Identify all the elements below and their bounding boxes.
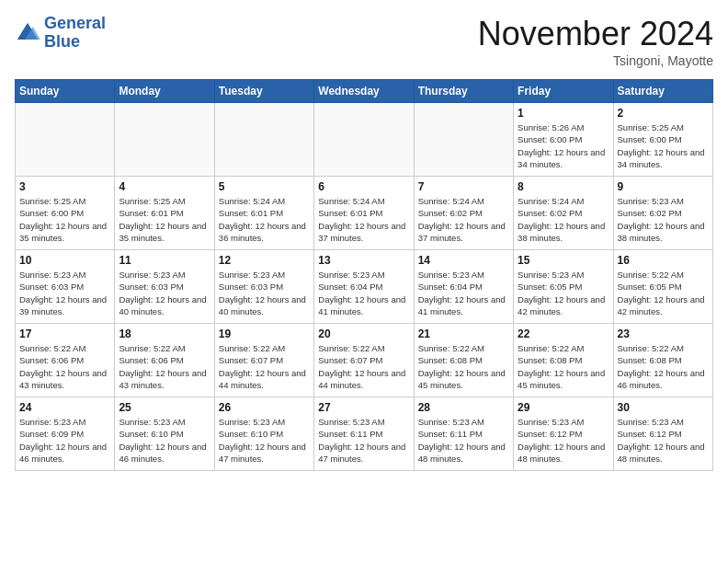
day-info: Sunrise: 5:22 AMSunset: 6:08 PMDaylight:… <box>618 342 709 391</box>
calendar-header-row: SundayMondayTuesdayWednesdayThursdayFrid… <box>16 80 713 103</box>
day-info: Sunrise: 5:23 AMSunset: 6:11 PMDaylight:… <box>418 416 509 465</box>
calendar-day-cell: 3Sunrise: 5:25 AMSunset: 6:00 PMDaylight… <box>16 177 115 250</box>
calendar-week-row: 3Sunrise: 5:25 AMSunset: 6:00 PMDaylight… <box>16 177 713 250</box>
calendar-day-cell: 25Sunrise: 5:23 AMSunset: 6:10 PMDayligh… <box>115 397 214 471</box>
day-number: 2 <box>618 107 709 120</box>
page-header: General Blue November 2024 Tsingoni, May… <box>15 15 713 68</box>
calendar-day-cell: 6Sunrise: 5:24 AMSunset: 6:01 PMDaylight… <box>314 177 414 250</box>
weekday-header: Friday <box>514 80 613 103</box>
calendar-week-row: 1Sunrise: 5:26 AMSunset: 6:00 PMDaylight… <box>16 103 713 177</box>
day-number: 18 <box>119 327 210 340</box>
day-number: 13 <box>318 254 409 267</box>
day-number: 24 <box>19 401 110 414</box>
day-info: Sunrise: 5:25 AMSunset: 6:00 PMDaylight:… <box>618 121 709 170</box>
day-number: 20 <box>318 327 409 340</box>
day-number: 27 <box>318 401 409 414</box>
day-info: Sunrise: 5:25 AMSunset: 6:01 PMDaylight:… <box>119 195 210 244</box>
calendar-day-cell: 7Sunrise: 5:24 AMSunset: 6:02 PMDaylight… <box>414 177 513 250</box>
calendar-day-cell: 14Sunrise: 5:23 AMSunset: 6:04 PMDayligh… <box>414 250 513 324</box>
calendar-day-cell: 21Sunrise: 5:22 AMSunset: 6:08 PMDayligh… <box>414 324 513 397</box>
day-info: Sunrise: 5:23 AMSunset: 6:09 PMDaylight:… <box>19 416 110 465</box>
month-title: November 2024 <box>478 15 713 53</box>
weekday-header: Tuesday <box>214 80 313 103</box>
calendar-day-cell: 18Sunrise: 5:22 AMSunset: 6:06 PMDayligh… <box>115 324 214 397</box>
calendar-week-row: 10Sunrise: 5:23 AMSunset: 6:03 PMDayligh… <box>16 250 713 324</box>
day-number: 16 <box>618 254 709 267</box>
day-info: Sunrise: 5:22 AMSunset: 6:07 PMDaylight:… <box>318 342 409 391</box>
day-info: Sunrise: 5:24 AMSunset: 6:02 PMDaylight:… <box>418 195 509 244</box>
calendar-day-cell <box>314 103 414 177</box>
calendar-day-cell: 9Sunrise: 5:23 AMSunset: 6:02 PMDaylight… <box>613 177 712 250</box>
calendar-day-cell: 29Sunrise: 5:23 AMSunset: 6:12 PMDayligh… <box>514 397 613 471</box>
calendar-day-cell: 13Sunrise: 5:23 AMSunset: 6:04 PMDayligh… <box>314 250 414 324</box>
day-number: 29 <box>518 401 609 414</box>
calendar-day-cell <box>214 103 313 177</box>
day-number: 15 <box>518 254 609 267</box>
day-number: 11 <box>119 254 210 267</box>
day-info: Sunrise: 5:22 AMSunset: 6:08 PMDaylight:… <box>418 342 509 391</box>
day-info: Sunrise: 5:23 AMSunset: 6:02 PMDaylight:… <box>618 195 709 244</box>
calendar-day-cell: 26Sunrise: 5:23 AMSunset: 6:10 PMDayligh… <box>214 397 313 471</box>
calendar-day-cell: 24Sunrise: 5:23 AMSunset: 6:09 PMDayligh… <box>16 397 115 471</box>
day-number: 6 <box>318 180 409 193</box>
day-info: Sunrise: 5:22 AMSunset: 6:06 PMDaylight:… <box>119 342 210 391</box>
calendar-day-cell: 22Sunrise: 5:22 AMSunset: 6:08 PMDayligh… <box>514 324 613 397</box>
day-info: Sunrise: 5:23 AMSunset: 6:04 PMDaylight:… <box>318 269 409 317</box>
day-info: Sunrise: 5:22 AMSunset: 6:08 PMDaylight:… <box>518 342 609 391</box>
day-info: Sunrise: 5:22 AMSunset: 6:07 PMDaylight:… <box>219 342 310 391</box>
calendar-day-cell: 19Sunrise: 5:22 AMSunset: 6:07 PMDayligh… <box>214 324 313 397</box>
calendar-week-row: 17Sunrise: 5:22 AMSunset: 6:06 PMDayligh… <box>16 324 713 397</box>
day-number: 8 <box>518 180 609 193</box>
day-number: 23 <box>618 327 709 340</box>
location-subtitle: Tsingoni, Mayotte <box>478 53 713 68</box>
calendar-day-cell <box>16 103 115 177</box>
calendar-day-cell: 12Sunrise: 5:23 AMSunset: 6:03 PMDayligh… <box>214 250 313 324</box>
weekday-header: Wednesday <box>314 80 414 103</box>
calendar-day-cell: 11Sunrise: 5:23 AMSunset: 6:03 PMDayligh… <box>115 250 214 324</box>
day-number: 19 <box>219 327 310 340</box>
day-number: 5 <box>219 180 310 193</box>
day-info: Sunrise: 5:23 AMSunset: 6:03 PMDaylight:… <box>219 269 310 317</box>
day-number: 12 <box>219 254 310 267</box>
day-number: 22 <box>518 327 609 340</box>
calendar-day-cell: 15Sunrise: 5:23 AMSunset: 6:05 PMDayligh… <box>514 250 613 324</box>
day-info: Sunrise: 5:23 AMSunset: 6:10 PMDaylight:… <box>219 416 310 465</box>
day-number: 17 <box>19 327 110 340</box>
logo-text: General Blue <box>44 15 106 52</box>
calendar-day-cell: 5Sunrise: 5:24 AMSunset: 6:01 PMDaylight… <box>214 177 313 250</box>
day-info: Sunrise: 5:23 AMSunset: 6:03 PMDaylight:… <box>19 269 110 317</box>
day-number: 28 <box>418 401 509 414</box>
calendar-day-cell: 2Sunrise: 5:25 AMSunset: 6:00 PMDaylight… <box>613 103 712 177</box>
day-number: 1 <box>518 107 609 120</box>
calendar-table: SundayMondayTuesdayWednesdayThursdayFrid… <box>15 79 713 471</box>
calendar-day-cell: 30Sunrise: 5:23 AMSunset: 6:12 PMDayligh… <box>613 397 712 471</box>
day-number: 25 <box>119 401 210 414</box>
day-info: Sunrise: 5:26 AMSunset: 6:00 PMDaylight:… <box>518 121 609 170</box>
calendar-day-cell: 20Sunrise: 5:22 AMSunset: 6:07 PMDayligh… <box>314 324 414 397</box>
day-number: 7 <box>418 180 509 193</box>
weekday-header: Saturday <box>613 80 712 103</box>
day-info: Sunrise: 5:24 AMSunset: 6:01 PMDaylight:… <box>318 195 409 244</box>
day-info: Sunrise: 5:24 AMSunset: 6:02 PMDaylight:… <box>518 195 609 244</box>
calendar-day-cell: 17Sunrise: 5:22 AMSunset: 6:06 PMDayligh… <box>16 324 115 397</box>
day-number: 26 <box>219 401 310 414</box>
day-info: Sunrise: 5:23 AMSunset: 6:12 PMDaylight:… <box>618 416 709 465</box>
calendar-day-cell: 23Sunrise: 5:22 AMSunset: 6:08 PMDayligh… <box>613 324 712 397</box>
weekday-header: Sunday <box>16 80 115 103</box>
calendar-day-cell: 10Sunrise: 5:23 AMSunset: 6:03 PMDayligh… <box>16 250 115 324</box>
weekday-header: Monday <box>115 80 214 103</box>
logo-icon <box>15 20 40 46</box>
calendar-week-row: 24Sunrise: 5:23 AMSunset: 6:09 PMDayligh… <box>16 397 713 471</box>
calendar-day-cell: 16Sunrise: 5:22 AMSunset: 6:05 PMDayligh… <box>613 250 712 324</box>
day-info: Sunrise: 5:23 AMSunset: 6:11 PMDaylight:… <box>318 416 409 465</box>
day-info: Sunrise: 5:23 AMSunset: 6:10 PMDaylight:… <box>119 416 210 465</box>
day-number: 14 <box>418 254 509 267</box>
day-info: Sunrise: 5:24 AMSunset: 6:01 PMDaylight:… <box>219 195 310 244</box>
calendar-day-cell <box>115 103 214 177</box>
day-info: Sunrise: 5:22 AMSunset: 6:06 PMDaylight:… <box>19 342 110 391</box>
weekday-header: Thursday <box>414 80 513 103</box>
calendar-day-cell: 28Sunrise: 5:23 AMSunset: 6:11 PMDayligh… <box>414 397 513 471</box>
title-block: November 2024 Tsingoni, Mayotte <box>478 15 713 68</box>
day-info: Sunrise: 5:23 AMSunset: 6:05 PMDaylight:… <box>518 269 609 317</box>
day-number: 3 <box>19 180 110 193</box>
